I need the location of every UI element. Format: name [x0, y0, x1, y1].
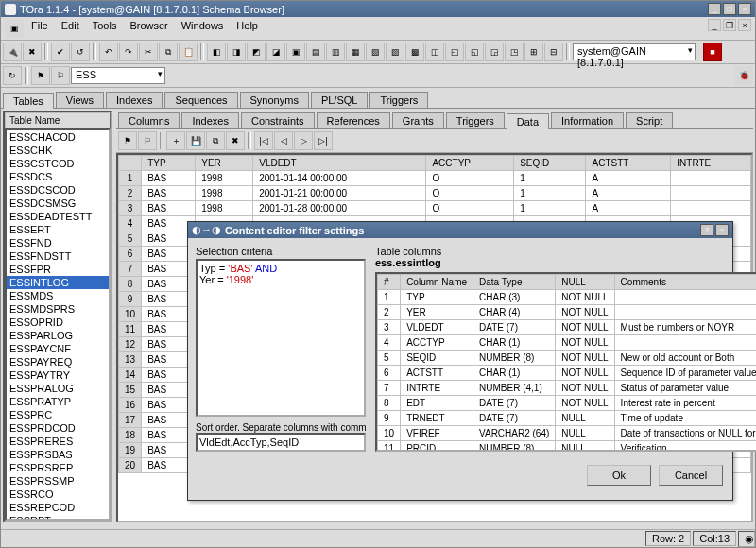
grid-cell[interactable]: A	[586, 201, 671, 216]
tool12-icon[interactable]: ◫	[425, 43, 444, 61]
main-tab-views[interactable]: Views	[56, 92, 104, 108]
row-number[interactable]: 11	[119, 322, 142, 337]
detail-tab-script[interactable]: Script	[626, 112, 673, 128]
dialog-help-icon[interactable]: ?	[700, 224, 713, 236]
row-number[interactable]: 19	[119, 443, 142, 458]
menu-file[interactable]: File	[26, 19, 54, 38]
row-number[interactable]: 15	[119, 383, 142, 398]
table-item[interactable]: ESSPAYREQ	[7, 355, 109, 368]
grid-header[interactable]: YER	[196, 156, 253, 171]
main-tab-plsql[interactable]: PL/SQL	[311, 92, 369, 108]
grid-cell[interactable]: O	[426, 186, 514, 201]
detail-tab-information[interactable]: Information	[551, 112, 624, 128]
table-item[interactable]: ESSREPCOD	[7, 501, 109, 514]
minimize-icon[interactable]: _	[708, 3, 721, 15]
dup-row-icon[interactable]: ⧉	[206, 131, 225, 150]
row-number[interactable]: 16	[119, 398, 142, 413]
row-number[interactable]: 2	[119, 186, 142, 201]
tool3-icon[interactable]: ◩	[247, 43, 266, 61]
dialog-close-icon[interactable]: ×	[715, 224, 729, 236]
copy-icon[interactable]: ⧉	[159, 43, 178, 61]
table-item[interactable]: ESSFPR	[7, 263, 109, 276]
clearfilter-icon[interactable]: ⚐	[51, 66, 70, 85]
table-item[interactable]: ESSPRSREP	[7, 461, 109, 474]
undo-icon[interactable]: ↶	[99, 43, 118, 61]
child-close-icon[interactable]: ×	[738, 19, 751, 31]
table-item[interactable]: ESSDCS	[7, 170, 109, 183]
prev-icon[interactable]: ◁	[274, 131, 293, 150]
grid-cell[interactable]	[671, 171, 751, 186]
table-item[interactable]: ESSRCO	[7, 488, 109, 501]
app-menu-icon[interactable]: ▣	[5, 19, 24, 38]
row-number[interactable]: 5	[119, 231, 142, 247]
column-grid-wrap[interactable]: #Column NameData TypeNULLComments1TYPCHA…	[375, 272, 756, 452]
grid-cell[interactable]: BAS	[142, 186, 196, 201]
table-item[interactable]: ESSCHACOD	[7, 130, 109, 144]
first-icon[interactable]: |◁	[254, 131, 273, 150]
tool6-icon[interactable]: ▤	[306, 43, 325, 61]
main-tab-indexes[interactable]: Indexes	[106, 92, 163, 108]
row-number[interactable]: 13	[119, 352, 142, 368]
table-item[interactable]: ESSPRSSMP	[7, 474, 109, 488]
tool8-icon[interactable]: ▦	[346, 43, 365, 61]
grid-cell[interactable]: O	[426, 171, 514, 186]
row-number[interactable]: 20	[119, 458, 142, 473]
bug-icon[interactable]: 🐞	[734, 66, 753, 85]
child-minimize-icon[interactable]: _	[708, 19, 721, 31]
table-item[interactable]: ESSPRERES	[7, 435, 109, 448]
grid-header[interactable]: INTRTE	[671, 156, 751, 171]
row-number[interactable]: 7	[119, 262, 142, 277]
row-number[interactable]: 6	[119, 247, 142, 262]
table-item[interactable]: ESSRPT	[7, 514, 109, 521]
tool14-icon[interactable]: ◱	[465, 43, 484, 61]
grid-header[interactable]: SEQID	[514, 156, 586, 171]
grid-cell[interactable]: O	[426, 201, 514, 216]
row-number[interactable]: 4	[119, 216, 142, 231]
filter-icon[interactable]: ⚑	[31, 66, 50, 85]
filter-data-icon[interactable]: ⚑	[118, 131, 137, 150]
grid-cell[interactable]: BAS	[142, 201, 196, 216]
row-number[interactable]: 17	[119, 413, 142, 428]
redo-icon[interactable]: ↷	[119, 43, 138, 61]
grid-cell[interactable]	[671, 186, 751, 201]
grid-cell[interactable]: 1998	[196, 186, 253, 201]
tool1-icon[interactable]: ◧	[207, 43, 226, 61]
grid-cell[interactable]: 1	[514, 186, 586, 201]
grid-cell[interactable]: 2001-01-21 00:00:00	[253, 186, 426, 201]
tool18-icon[interactable]: ⊟	[544, 43, 563, 61]
tool5-icon[interactable]: ▣	[286, 43, 305, 61]
table-item[interactable]: ESSDEADTESTT	[7, 210, 109, 223]
table-item[interactable]: ESSFNDSTT	[7, 249, 109, 263]
grid-header[interactable]: VLDEDT	[253, 156, 426, 171]
grid-cell[interactable]	[671, 201, 751, 216]
tool10-icon[interactable]: ▨	[386, 43, 404, 61]
tool4-icon[interactable]: ◪	[266, 43, 285, 61]
criteria-input[interactable]: Typ = 'BAS' AND Yer = '1998'	[196, 259, 366, 417]
row-number[interactable]: 9	[119, 292, 142, 307]
connection-combo[interactable]: system@GAIN [8.1.7.0.1]	[573, 43, 696, 60]
tool9-icon[interactable]: ▧	[366, 43, 385, 61]
tool7-icon[interactable]: ▥	[326, 43, 345, 61]
grid-cell[interactable]: 2001-01-28 00:00:00	[253, 201, 426, 216]
delete-row-icon[interactable]: ✖	[226, 131, 245, 150]
paste-icon[interactable]: 📋	[179, 43, 198, 61]
menu-browser[interactable]: Browser	[124, 19, 173, 38]
menu-edit[interactable]: Edit	[56, 19, 85, 38]
table-item[interactable]: ESSMDS	[7, 289, 109, 302]
schema-combo[interactable]: ESS	[71, 67, 165, 84]
grid-header[interactable]: TYP	[142, 156, 196, 171]
add-row-icon[interactable]: ＋	[166, 131, 185, 150]
detail-tab-constraints[interactable]: Constraints	[241, 112, 315, 128]
table-item[interactable]: ESSPAYTRY	[7, 368, 109, 382]
detail-tab-references[interactable]: References	[317, 112, 390, 128]
commit-icon[interactable]: ✔	[51, 43, 70, 61]
row-number[interactable]: 14	[119, 368, 142, 383]
tool15-icon[interactable]: ◲	[485, 43, 504, 61]
table-item[interactable]: ESSMDSPRS	[7, 302, 109, 316]
grid-cell[interactable]: BAS	[142, 171, 196, 186]
table-item[interactable]: ESSDCSCOD	[7, 183, 109, 197]
table-item[interactable]: ESSPAYCNF	[7, 342, 109, 355]
table-item[interactable]: ESSPRDCOD	[7, 421, 109, 435]
grid-cell[interactable]: A	[586, 171, 671, 186]
grid-header[interactable]: ACTSTT	[586, 156, 671, 171]
